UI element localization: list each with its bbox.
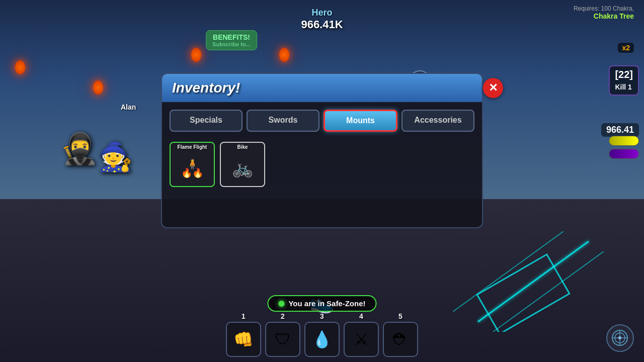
item-bike-label: Bike [221, 144, 264, 150]
item-bike[interactable]: Bike 🚲 [220, 142, 265, 187]
player-bars [609, 136, 639, 159]
character-2: 🧙 [98, 141, 133, 173]
hero-hud: Hero 966.41K [301, 8, 343, 31]
lantern-1 [93, 80, 103, 95]
hotbar-item-1[interactable]: 👊 [226, 322, 261, 357]
tabs-row: Specials Swords Mounts Accessories [162, 102, 482, 137]
rank-badge: x2 [618, 43, 634, 53]
benefits-banner: BENEFITS! Subscribe to... [206, 30, 257, 50]
map-button[interactable] [606, 324, 634, 352]
hotbar-slot-3: 3 💧 [304, 312, 340, 357]
hotbar-item-4[interactable]: ⚔ [344, 322, 379, 357]
inventory-content: Flame Flight 🧍 🔥🔥 Bike 🚲 [162, 137, 482, 217]
tab-accessories[interactable]: Accessories [401, 110, 474, 132]
hotbar-slot-2: 2 🛡 [265, 312, 300, 357]
inventory-header: Inventory! [162, 74, 482, 102]
svg-line-2 [493, 251, 604, 332]
hotbar-item-5[interactable]: ⛑ [383, 322, 418, 357]
safe-zone-badge: You are in Safe-Zone! [267, 295, 376, 312]
requires-text: Requires: 100 Chakra, [574, 5, 634, 12]
item-flame-flight[interactable]: Flame Flight 🧍 🔥🔥 [170, 142, 215, 187]
hotbar: 1 👊 2 🛡 3 💧 4 ⚔ 5 ⛑ [226, 312, 418, 357]
tab-swords[interactable]: Swords [247, 110, 319, 132]
bike-icon: 🚲 [232, 158, 253, 178]
kill-counter: [22] Kill 1 [609, 65, 639, 96]
top-right-info: Requires: 100 Chakra, Chakra Tree [574, 5, 634, 20]
lantern-4 [15, 60, 25, 74]
lantern-2 [191, 48, 201, 62]
tab-mounts[interactable]: Mounts [324, 110, 397, 132]
inventory-panel: Inventory! Specials Swords Mounts Access… [161, 73, 483, 228]
item-flame-flight-label: Flame Flight [171, 144, 214, 150]
hotbar-slot-5: 5 ⛑ [383, 312, 418, 357]
hotbar-slot-1: 1 👊 [226, 312, 261, 357]
player-label: Alan [121, 103, 136, 111]
hero-label: Hero [301, 8, 343, 18]
chakra-tree-text: Chakra Tree [574, 12, 634, 20]
svg-point-8 [618, 336, 621, 339]
close-button[interactable]: ✕ [483, 78, 503, 98]
hotbar-item-3[interactable]: 💧 [304, 322, 340, 357]
safe-zone-text: You are in Safe-Zone! [288, 299, 365, 308]
hero-score: 966.41K [301, 18, 343, 31]
safe-dot [278, 301, 284, 307]
lantern-3 [279, 48, 289, 62]
hotbar-item-2[interactable]: 🛡 [265, 322, 300, 357]
yellow-bar [609, 136, 639, 146]
neon-decoration [453, 231, 604, 332]
score-right: 966.41 [601, 123, 639, 137]
hotbar-slot-4: 4 ⚔ [344, 312, 379, 357]
tab-specials[interactable]: Specials [170, 110, 243, 132]
purple-bar [609, 149, 639, 159]
inventory-title: Inventory! [172, 80, 240, 96]
character-1: 🥷 [60, 131, 98, 166]
